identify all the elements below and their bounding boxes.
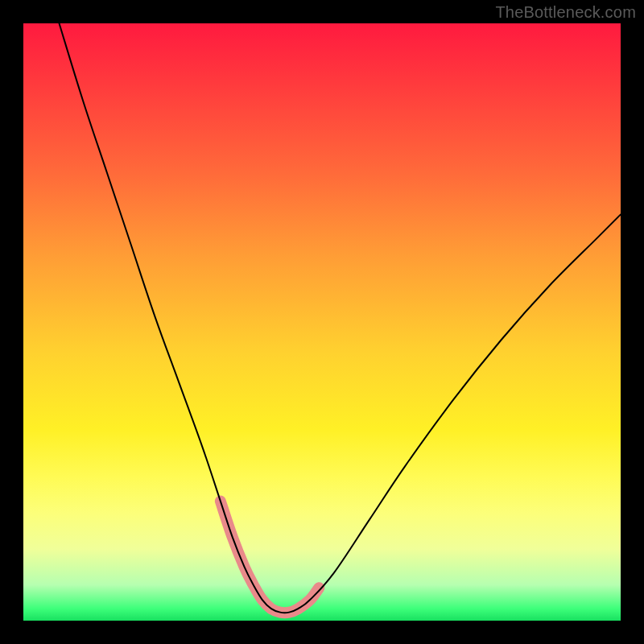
chart-svg [23, 23, 621, 621]
highlight-segment-path [221, 502, 319, 613]
chart-plot-area [23, 23, 621, 621]
bottleneck-curve-path [60, 23, 621, 613]
chart-frame: TheBottleneck.com [0, 0, 644, 644]
watermark-text: TheBottleneck.com [495, 3, 636, 22]
